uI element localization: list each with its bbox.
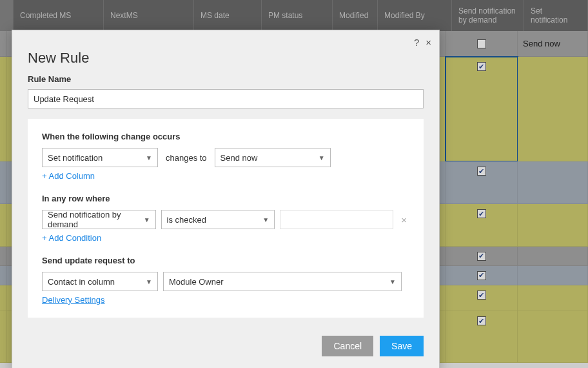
rule-name-input[interactable] — [28, 89, 424, 108]
trigger-value-text: Send now — [220, 153, 258, 163]
trigger-column-select[interactable]: Set notification ▼ — [42, 148, 158, 167]
caret-down-icon: ▼ — [146, 154, 152, 161]
close-icon[interactable]: × — [426, 37, 431, 48]
send-request-to-label: Send update request to — [42, 256, 409, 265]
caret-down-icon: ▼ — [146, 278, 152, 285]
recipient-mode-value: Contact in column — [48, 277, 115, 287]
recipient-column-value: Module Owner — [169, 277, 224, 287]
condition-operator-select[interactable]: is checked ▼ — [161, 210, 275, 229]
help-icon[interactable]: ? — [414, 37, 419, 48]
dialog-title: New Rule — [28, 50, 424, 66]
new-rule-dialog: ? × New Rule Rule Name When the followin… — [12, 30, 440, 368]
condition-column-value: Send notification by demand — [48, 210, 144, 229]
trigger-column-value: Set notification — [48, 153, 103, 163]
condition-column-select[interactable]: Send notification by demand ▼ — [42, 210, 156, 229]
caret-down-icon: ▼ — [262, 216, 269, 223]
when-change-label: When the following change occurs — [42, 132, 409, 141]
rule-name-label: Rule Name — [28, 74, 424, 84]
recipient-mode-select[interactable]: Contact in column ▼ — [42, 272, 158, 291]
add-column-link[interactable]: Add Column — [42, 171, 95, 181]
changes-to-text: changes to — [163, 153, 210, 163]
recipient-column-select[interactable]: Module Owner ▼ — [163, 272, 402, 291]
condition-operator-value: is checked — [167, 215, 206, 225]
remove-condition-icon[interactable]: × — [398, 214, 409, 225]
add-condition-link[interactable]: Add Condition — [42, 233, 101, 243]
caret-down-icon: ▼ — [144, 216, 150, 223]
rule-config-card: When the following change occurs Set not… — [28, 119, 424, 318]
delivery-settings-link[interactable]: Delivery Settings — [42, 295, 105, 305]
trigger-value-select[interactable]: Send now ▼ — [215, 148, 331, 167]
caret-down-icon: ▼ — [318, 154, 325, 161]
cancel-button[interactable]: Cancel — [322, 336, 373, 356]
in-any-row-label: In any row where — [42, 194, 409, 203]
caret-down-icon: ▼ — [389, 278, 396, 285]
condition-value-input[interactable] — [280, 210, 393, 229]
save-button[interactable]: Save — [380, 336, 424, 356]
